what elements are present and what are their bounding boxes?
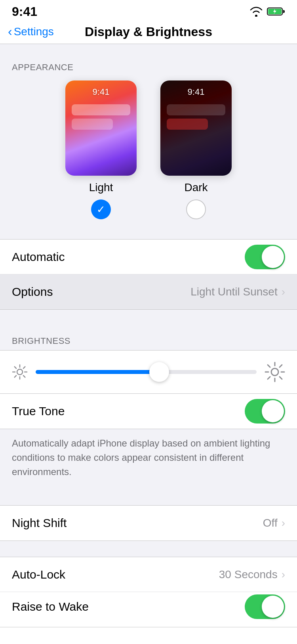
status-bar: 9:41	[0, 0, 297, 21]
svg-point-11	[271, 368, 278, 376]
brightness-section-header: BRIGHTNESS	[0, 326, 297, 350]
automatic-toggle[interactable]	[245, 245, 285, 269]
automatic-row: Automatic	[0, 240, 297, 274]
svg-line-16	[268, 365, 270, 367]
svg-line-17	[280, 377, 282, 379]
svg-line-18	[280, 365, 282, 367]
light-widget-2	[72, 119, 113, 130]
raise-to-wake-toggle-knob	[262, 596, 284, 618]
light-label: Light	[89, 181, 113, 194]
back-label[interactable]: Settings	[14, 25, 54, 38]
brightness-section: BRIGHTNESS	[0, 326, 297, 489]
raise-to-wake-row: Raise to Wake	[0, 592, 297, 627]
dark-label: Dark	[184, 181, 208, 194]
brightness-slider-row[interactable]	[0, 350, 297, 394]
appearance-options: 9:41 Light ✓ 9:41 Dark	[0, 77, 297, 227]
automatic-section: Automatic Options Light Until Sunset ›	[0, 239, 297, 310]
back-button[interactable]: ‹ Settings	[8, 25, 54, 38]
light-widget-1	[72, 104, 130, 115]
brightness-slider[interactable]	[36, 370, 257, 374]
gap-2	[0, 541, 297, 557]
brightness-thumb[interactable]	[149, 362, 169, 382]
night-shift-section: Night Shift Off ›	[0, 505, 297, 541]
auto-lock-value: 30 Seconds	[219, 568, 278, 581]
dark-option[interactable]: 9:41 Dark	[160, 80, 232, 219]
dark-preview-widgets	[160, 101, 232, 133]
options-value: Light Until Sunset	[190, 286, 277, 298]
back-chevron-icon: ‹	[8, 25, 12, 38]
light-check-selected[interactable]: ✓	[91, 199, 111, 219]
true-tone-row: True Tone	[0, 394, 297, 429]
gap-1	[0, 489, 297, 505]
svg-line-8	[23, 376, 25, 377]
true-tone-toggle-knob	[262, 400, 284, 422]
svg-line-10	[15, 376, 16, 377]
auto-lock-label: Auto-Lock	[12, 568, 65, 581]
nav-bar: ‹ Settings Display & Brightness	[0, 21, 297, 44]
dark-preview: 9:41	[160, 80, 232, 176]
auto-lock-chevron-icon: ›	[282, 568, 285, 581]
dark-widget-2	[167, 119, 208, 130]
options-right: Light Until Sunset ›	[190, 286, 285, 298]
night-shift-label: Night Shift	[12, 516, 67, 530]
raise-to-wake-label: Raise to Wake	[12, 600, 89, 613]
svg-line-19	[268, 377, 270, 379]
battery-icon	[267, 6, 285, 17]
sun-small-icon	[12, 364, 28, 380]
auto-lock-section: Auto-Lock 30 Seconds › Raise to Wake	[0, 557, 297, 627]
true-tone-toggle[interactable]	[245, 399, 285, 424]
options-label: Options	[12, 285, 53, 299]
dark-check-unselected[interactable]	[186, 199, 206, 219]
auto-lock-row[interactable]: Auto-Lock 30 Seconds ›	[0, 557, 297, 592]
night-shift-right: Off ›	[263, 517, 285, 529]
light-option[interactable]: 9:41 Light ✓	[65, 80, 137, 219]
true-tone-label: True Tone	[12, 404, 65, 418]
dark-widget-1	[167, 104, 225, 115]
night-shift-value: Off	[263, 517, 278, 529]
status-time: 9:41	[12, 4, 37, 19]
true-tone-section: True Tone	[0, 394, 297, 429]
svg-line-7	[15, 367, 16, 368]
options-chevron-icon: ›	[282, 286, 285, 298]
light-preview-widgets	[65, 101, 137, 133]
automatic-toggle-knob	[262, 246, 284, 268]
bottom-spacer	[0, 627, 297, 644]
automatic-label: Automatic	[12, 250, 65, 264]
true-tone-description: Automatically adapt iPhone display based…	[0, 429, 297, 489]
dark-preview-time: 9:41	[160, 80, 232, 101]
wifi-icon	[249, 6, 263, 17]
light-preview-time: 9:41	[65, 80, 137, 101]
sun-large-icon	[265, 362, 285, 382]
options-row[interactable]: Options Light Until Sunset ›	[0, 274, 297, 309]
svg-line-9	[23, 367, 25, 368]
raise-to-wake-toggle[interactable]	[245, 594, 285, 619]
auto-lock-right: 30 Seconds ›	[219, 568, 285, 581]
svg-point-2	[17, 369, 23, 375]
night-shift-chevron-icon: ›	[282, 517, 285, 529]
night-shift-row[interactable]: Night Shift Off ›	[0, 506, 297, 540]
page-title: Display & Brightness	[85, 25, 212, 39]
appearance-section-header: APPEARANCE	[0, 52, 297, 77]
brightness-fill	[36, 370, 159, 374]
status-icons	[249, 6, 285, 17]
appearance-section: APPEARANCE 9:41 Light ✓ 9:41	[0, 44, 297, 239]
light-preview: 9:41	[65, 80, 137, 176]
